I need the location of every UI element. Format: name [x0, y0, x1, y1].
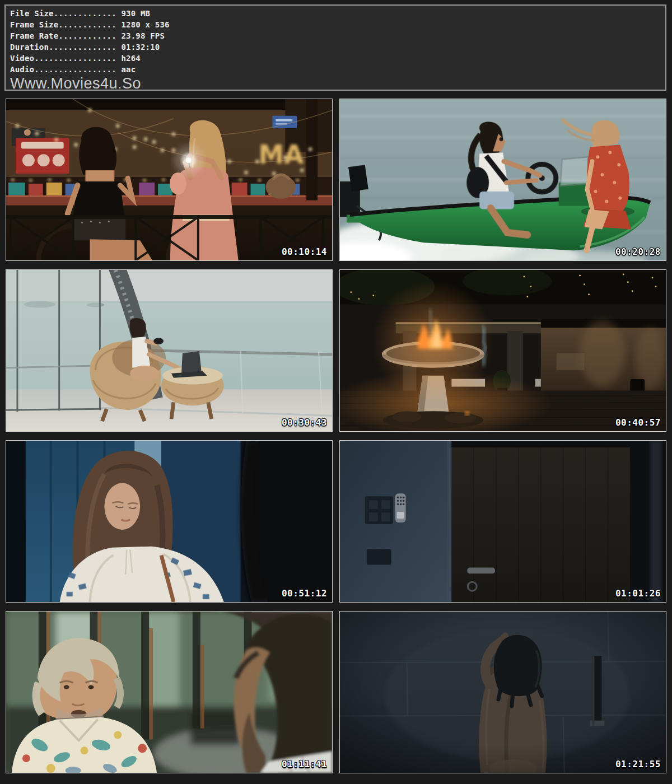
timestamp-overlay: 00:51:12	[282, 589, 327, 599]
timestamp-overlay: 01:01:26	[615, 589, 661, 599]
scene-dark-door	[340, 441, 666, 602]
screenshot-thumb-4: 00:40:57	[339, 269, 666, 432]
media-info-line-audio: Audio................. aac	[10, 64, 661, 75]
screenshot-thumb-6: 01:01:26	[339, 440, 666, 603]
screenshot-thumb-1: MA	[6, 99, 333, 261]
screenshot-thumb-5: 00:51:12	[6, 440, 333, 603]
scene-dark-shower	[340, 612, 666, 773]
screenshot-sheet: File Size............. 930 MB Frame Size…	[0, 0, 672, 784]
media-info-line-framerate: Frame Rate............ 23.98 FPS	[10, 30, 661, 41]
scene-balcony-laptop	[6, 270, 332, 431]
scene-two-men-talking	[6, 612, 332, 773]
scene-green-boat	[340, 99, 666, 260]
market-neon-sign-text: MA	[258, 140, 304, 170]
timestamp-overlay: 00:20:28	[615, 247, 661, 257]
screenshot-grid: MA	[6, 99, 666, 773]
scene-night-market: MA	[6, 99, 332, 260]
timestamp-overlay: 00:30:43	[282, 418, 327, 428]
timestamp-overlay: 01:21:55	[615, 759, 661, 769]
media-info-line-video: Video................. h264	[10, 53, 661, 64]
screenshot-thumb-7: 01:11:41	[6, 611, 333, 773]
media-info-line-filesize: File Size............. 930 MB	[10, 8, 661, 19]
scene-blue-room-woman	[6, 441, 332, 602]
screenshot-thumb-8: 01:21:55	[339, 611, 666, 773]
screenshot-thumb-3: 00:30:43	[6, 269, 333, 432]
screenshot-thumb-2: 00:20:28	[339, 99, 666, 261]
scene-courtyard-firebowl	[340, 270, 666, 431]
media-info-line-framesize: Frame Size............ 1280 x 536	[10, 19, 661, 30]
media-info-panel: File Size............. 930 MB Frame Size…	[4, 4, 666, 91]
timestamp-overlay: 00:10:14	[282, 247, 327, 257]
media-info-line-duration: Duration.............. 01:32:10	[10, 41, 661, 53]
site-watermark: Www.Movies4u.So	[10, 76, 661, 91]
timestamp-overlay: 01:11:41	[282, 759, 327, 769]
timestamp-overlay: 00:40:57	[615, 418, 661, 428]
